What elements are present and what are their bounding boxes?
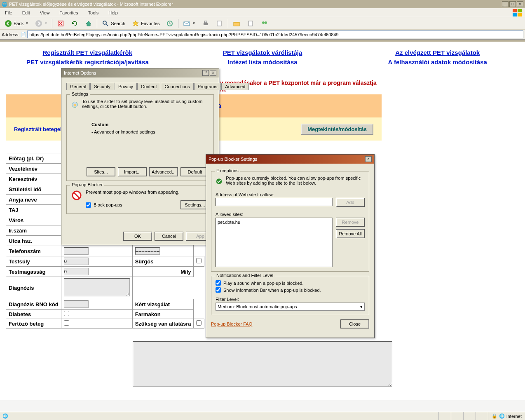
io-settings-text: To use the slider to set privacy level i… xyxy=(82,99,209,110)
label-fertozo: Fertõzõ beteg xyxy=(6,319,61,328)
print-button[interactable] xyxy=(199,19,212,28)
menu-help[interactable]: Help xyxy=(106,9,120,16)
refresh-icon xyxy=(71,20,78,27)
input-telefon[interactable] xyxy=(64,247,89,255)
tab-privacy[interactable]: Privacy xyxy=(115,83,137,90)
history-button[interactable] xyxy=(163,19,176,28)
windows-logo-icon xyxy=(513,9,523,16)
close-button[interactable]: × xyxy=(517,1,523,7)
forward-icon xyxy=(35,20,42,27)
pb-faq-link[interactable]: Pop-up Blocker FAQ xyxy=(211,321,252,326)
label-kereszt: Keresztnév xyxy=(6,174,61,184)
checkbox-diabetes[interactable] xyxy=(64,311,69,316)
link-reg-javitas[interactable]: PET vizsgálatkérõk regisztrációja/javítá… xyxy=(0,59,175,66)
pb-addr-label: Address of Web site to allow: xyxy=(216,192,365,197)
refresh-button[interactable] xyxy=(68,19,81,28)
link-intezet[interactable]: Intézet lista módosítása xyxy=(175,59,350,66)
label-diag: Diagnózis xyxy=(6,277,61,299)
tab-programs[interactable]: Programs xyxy=(194,83,221,90)
link-varolista[interactable]: PET vizsgálatok várólistája xyxy=(175,49,350,56)
svg-point-4 xyxy=(5,20,12,27)
tab-content[interactable]: Content xyxy=(137,83,161,90)
io-default-button[interactable]: Default xyxy=(180,167,209,176)
checkbox-infobar[interactable] xyxy=(216,287,221,293)
forward-button[interactable]: ▼ xyxy=(32,19,50,28)
tab-advanced[interactable]: Advanced xyxy=(221,83,249,90)
io-sites-button[interactable]: Sites... xyxy=(87,167,115,176)
menu-edit[interactable]: Edit xyxy=(20,9,33,16)
svg-rect-0 xyxy=(513,9,517,12)
input-testsuly[interactable] xyxy=(64,258,89,265)
input-petcenter[interactable] xyxy=(135,247,160,255)
pb-remove-button[interactable]: Remove xyxy=(336,218,365,227)
io-title: Internet Options xyxy=(64,70,96,75)
anamn-textarea[interactable] xyxy=(133,341,392,387)
back-button[interactable]: Back ▼ xyxy=(2,19,31,28)
home-button[interactable] xyxy=(82,19,95,28)
pb-close-x[interactable]: × xyxy=(365,156,372,162)
input-testmag[interactable] xyxy=(64,268,89,275)
io-settings-group: Settings To use the slider to set privac… xyxy=(66,94,214,181)
chevron-down-icon: ▼ xyxy=(25,21,28,25)
checkbox-blockpops[interactable] xyxy=(86,202,91,208)
svg-point-7 xyxy=(103,21,106,24)
pb-addr-input[interactable] xyxy=(216,198,333,206)
internet-options-dialog: Internet Options ? × General Security Pr… xyxy=(61,68,219,245)
pb-filter-select[interactable]: Medium: Block most automatic pop-ups ▾ xyxy=(216,303,365,311)
tab-general[interactable]: General xyxy=(66,83,90,90)
io-advanced-button[interactable]: Advanced... xyxy=(149,167,178,176)
mail-button[interactable]: ▼ xyxy=(180,19,198,28)
menu-favorites[interactable]: Favorites xyxy=(57,9,80,16)
menubar: File Edit View Favorites Tools Help xyxy=(0,8,525,17)
checkbox-fertozo[interactable] xyxy=(64,320,69,326)
menu-file[interactable]: File xyxy=(2,9,15,16)
label-szul: Születési idõ xyxy=(6,184,61,195)
io-help-button[interactable]: ? xyxy=(202,70,209,76)
label-taj: TAJ xyxy=(6,205,61,215)
checkbox-sound[interactable] xyxy=(216,280,221,286)
pb-close-button[interactable]: Close xyxy=(340,319,369,328)
status-zone: 🔒 🌐 Internet xyxy=(488,412,525,420)
checkbox-altatas[interactable] xyxy=(196,320,202,326)
edit-button[interactable] xyxy=(213,19,226,28)
io-settings-button[interactable]: Settings... xyxy=(180,200,209,209)
pb-site-item[interactable]: pet.dote.hu xyxy=(218,220,330,225)
io-ok-button[interactable]: OK xyxy=(123,232,152,241)
address-input[interactable] xyxy=(27,31,523,38)
back-icon xyxy=(5,20,12,27)
stop-button[interactable] xyxy=(54,19,67,28)
favorites-button[interactable]: Favorites xyxy=(129,19,162,28)
chevron-down-icon: ▼ xyxy=(44,21,47,25)
io-cancel-button[interactable]: Cancel xyxy=(155,232,183,241)
window-titlebar: 🌐 PET vizsgálatok előjegyzése és elvégze… xyxy=(0,0,525,8)
privacy-icon xyxy=(71,99,79,110)
link-felhasznalo[interactable]: A felhasználói adatok módosítása xyxy=(350,59,525,66)
messenger-button[interactable] xyxy=(258,19,271,28)
pb-titlebar: Pop-up Blocker Settings × xyxy=(206,155,374,164)
megtekintes-button[interactable]: Megtekintés/módosítás xyxy=(301,124,373,135)
menu-tools[interactable]: Tools xyxy=(86,9,101,16)
ie-status-icon: 🌐 xyxy=(2,413,8,419)
io-import-button[interactable]: Import... xyxy=(118,167,147,176)
maximize-button[interactable]: □ xyxy=(509,1,516,7)
tab-connections[interactable]: Connections xyxy=(161,83,193,90)
input-diagbno[interactable] xyxy=(64,300,89,308)
minimize-button[interactable]: _ xyxy=(502,1,509,7)
research-button[interactable] xyxy=(244,19,257,28)
pb-removeall-button[interactable]: Remove All xyxy=(336,229,365,238)
search-button[interactable]: Search xyxy=(99,19,128,28)
menu-view[interactable]: View xyxy=(38,9,52,16)
input-diag[interactable] xyxy=(64,278,130,296)
tab-security[interactable]: Security xyxy=(90,83,114,90)
svg-rect-11 xyxy=(204,21,207,23)
discuss-button[interactable] xyxy=(230,19,243,28)
pb-allowed-list[interactable]: pet.dote.hu xyxy=(216,218,333,267)
link-elvegzett[interactable]: Az elvégzett PET vizsgálatok xyxy=(350,49,525,56)
home-icon xyxy=(85,20,92,27)
window-title: PET vizsgálatok előjegyzése és elvégzett… xyxy=(9,2,173,7)
io-close-button[interactable]: × xyxy=(210,70,216,76)
pb-add-button[interactable]: Add xyxy=(336,198,365,207)
pb-filter-value: Medium: Block most automatic pop-ups xyxy=(218,304,297,309)
link-reg-vizsgalatkerok[interactable]: Regisztrált PET vizsgálatkérõk xyxy=(0,49,175,56)
checkbox-surgos[interactable] xyxy=(196,258,202,263)
